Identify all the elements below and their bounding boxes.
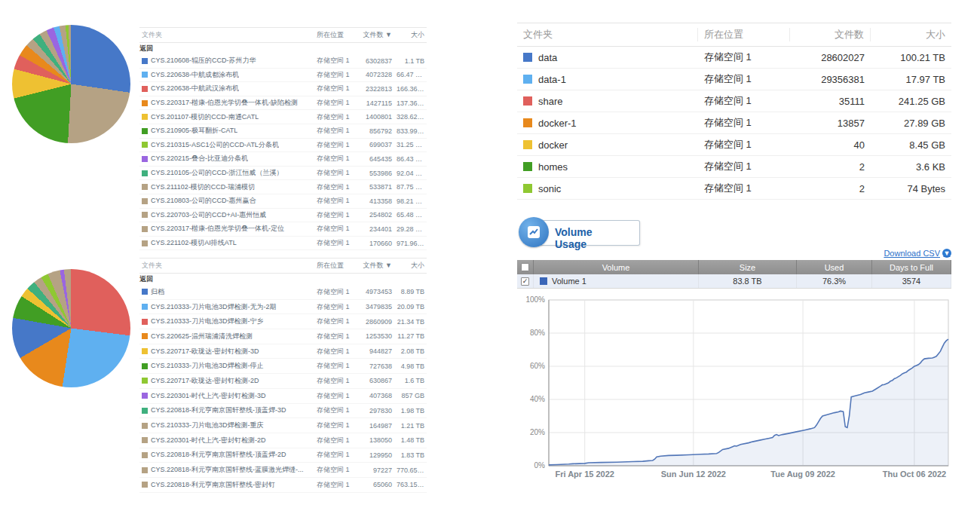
table-row[interactable]: CYS.210803-公司的CCD-惠州赢合存储空间 141335898.21 … (139, 194, 427, 209)
folder-size-cell: 92.04 GB (394, 170, 427, 177)
table-row[interactable]: docker存储空间 1408.45 GB (517, 134, 951, 156)
folder-name-cell: docker (517, 139, 698, 151)
column-header-0[interactable]: 文件夹 (517, 28, 698, 41)
table-row[interactable]: CYS.210608-辊压的CCD-苏州力华存储空间 163028371.1 T… (139, 54, 427, 69)
folder-name-cell: CYS.210333-刀片电池3D焊检测-无为-2期 (139, 302, 314, 312)
folder-name-label: share (538, 96, 563, 107)
volume-column-header-0: Volume (534, 260, 699, 274)
table-row[interactable]: CYS.220638-中航成都涂布机存储空间 1407232866.47 GB (139, 69, 427, 83)
table-row[interactable]: CYS.220818-利元亨南京国轩整线-蓝膜激光焊缝-...存储空间 1972… (139, 463, 427, 478)
table-row[interactable]: CYS.210333-刀片电池3D焊检测-宁乡存储空间 1286090921.3… (139, 314, 427, 329)
folder-name-cell: data-1 (517, 74, 698, 85)
folder-name-label: CYS.220703-公司的CCD+AI-惠州恒威 (151, 210, 266, 220)
table-row[interactable]: CYS.220625-温州瑞浦清洗焊检测存储空间 1125353011.27 T… (139, 329, 427, 344)
folder-name-cell: share (517, 96, 698, 107)
table-row[interactable]: CYS.220717-欧珑达-密封钉检测-2D存储空间 16308671.6 T… (139, 374, 427, 389)
table-row[interactable]: CYS.220703-公司的CCD+AI-惠州恒威存储空间 125480265.… (139, 209, 427, 223)
folder-count-cell: 856792 (360, 127, 394, 135)
folder-name-cell: CYS.220818-利元亨南京国轩整线-顶盖焊-2D (139, 450, 314, 460)
folder-location-cell: 存储空间 1 (314, 450, 360, 460)
table-row[interactable]: CYS.220818-利元亨南京国轩整线-顶盖焊-2D存储空间 11299501… (139, 448, 427, 463)
folder-size-cell: 4.98 TB (394, 363, 427, 370)
table-row[interactable]: CYS.210905-极耳翻折-CATL存储空间 1856792833.99 G… (139, 124, 427, 139)
x-tick-label: Tue Aug 09 2022 (770, 470, 835, 479)
table-row[interactable]: sonic存储空间 1274 Bytes (517, 178, 951, 200)
x-tick-label: Fri Apr 15 2022 (555, 470, 614, 479)
table-row[interactable]: CYS.220717-欧珑达-密封钉检测-3D存储空间 19448272.08 … (139, 344, 427, 359)
folder-size-cell: 1.21 TB (394, 422, 427, 430)
table-header: 文件夹所在位置文件数大小 (517, 23, 951, 47)
folder-name-cell: CYS.210803-公司的CCD-惠州赢合 (139, 196, 314, 206)
table-row[interactable]: homes存储空间 123.6 KB (517, 156, 951, 178)
folder-size-cell: 1.98 TB (394, 407, 427, 415)
column-header-2[interactable]: 文件数 ▼ (360, 30, 394, 40)
folder-color-swatch (523, 75, 532, 84)
column-header-1[interactable]: 所在位置 (314, 30, 360, 40)
table-row[interactable]: data-1存储空间 12935638117.97 TB (517, 69, 951, 90)
select-all-checkbox[interactable] (521, 263, 529, 271)
volume-row[interactable]: ✓Volume 183.8 TB76.3%3574 (517, 274, 951, 288)
folder-name-label: CYS.220638-中航成都涂布机 (151, 70, 239, 80)
table-row[interactable]: CYS.220818-利元亨南京国轩整线-密封钉存储空间 165060763.1… (139, 478, 427, 493)
folder-location-cell: 存储空间 1 (314, 421, 360, 430)
folder-color-swatch (142, 198, 148, 204)
column-header-3[interactable]: 大小 (394, 30, 427, 40)
folder-name-label: sonic (538, 183, 561, 194)
y-tick-label: 80% (530, 329, 545, 337)
folder-color-swatch (142, 467, 148, 473)
table-row[interactable]: CYS.210315-ASC1公司的CCD-ATL分条机存储空间 1699037… (139, 139, 427, 153)
volume-usage-line-chart: 0%20%40%60%80%100%Fri Apr 15 2022Sun Jun… (520, 292, 957, 490)
back-link[interactable]: 返回 (139, 274, 427, 285)
table-row[interactable]: CYS.201107-模切的CCD-南通CATL存储空间 11400801328… (139, 110, 427, 124)
table-row[interactable]: share存储空间 135111241.25 GB (517, 90, 951, 112)
table-row[interactable]: CYS.220818-利元亨南京国轩整线-顶盖焊-3D存储空间 12978301… (139, 404, 427, 419)
table-row[interactable]: CYS.220301-时代上汽-密封钉检测-2D存储空间 11380501.48… (139, 433, 427, 448)
folder-count-cell: 1427115 (360, 99, 394, 107)
folder-location-cell: 存储空间 1 (314, 317, 360, 326)
folder-color-swatch (142, 72, 148, 78)
table-row[interactable]: CYS.221102-模切AI排线ATL存储空间 1170660971.96 G… (139, 237, 427, 251)
folder-count-cell: 630867 (360, 377, 394, 384)
column-header-2[interactable]: 文件数 (790, 28, 871, 41)
table-row[interactable]: CYS.210105-公司的CCD-浙江恒威（兰溪）存储空间 155398692… (139, 167, 427, 181)
column-header-2[interactable]: 文件数 ▼ (360, 261, 394, 271)
download-csv-label: Download CSV (884, 249, 940, 258)
column-header-3[interactable]: 大小 (871, 28, 951, 41)
table-row[interactable]: CYS.220638-中航武汉涂布机存储空间 12322813166.36 GB (139, 82, 427, 96)
folder-name-label: docker (538, 139, 568, 151)
table-row[interactable]: data存储空间 128602027100.21 TB (517, 47, 951, 69)
folder-color-swatch (523, 184, 532, 193)
table-row[interactable]: 归档存储空间 149734538.89 TB (139, 285, 427, 300)
y-tick-label: 40% (530, 395, 545, 403)
table-row[interactable]: CYS.210333-刀片电池3D焊检测-无为-2期存储空间 134798352… (139, 300, 427, 315)
folder-size-cell: 8.45 GB (871, 139, 951, 151)
row-checkbox[interactable]: ✓ (521, 277, 529, 286)
folder-color-swatch (142, 423, 148, 429)
table-row[interactable]: CYS.220301-时代上汽-密封钉检测-3D存储空间 1407368857 … (139, 389, 427, 404)
download-csv-link[interactable]: Download CSV ▼ (874, 249, 951, 258)
back-link[interactable]: 返回 (139, 43, 427, 54)
folder-color-swatch (142, 408, 148, 414)
folder-size-cell: 137.36 GB (394, 99, 427, 107)
volume-size-cell: 83.8 TB (699, 274, 797, 288)
column-header-3[interactable]: 大小 (394, 261, 427, 271)
table-row[interactable]: docker-1存储空间 11385727.89 GB (517, 112, 951, 134)
column-header-1[interactable]: 所在位置 (698, 28, 790, 41)
table-row[interactable]: CYS.220317-楷康-伯恩光学切叠一体机-缺陷检测存储空间 1142711… (139, 96, 427, 111)
folder-name-cell: CYS.201107-模切的CCD-南通CATL (139, 112, 314, 122)
column-header-1[interactable]: 所在位置 (314, 261, 360, 271)
table-row[interactable]: CYS.210333-刀片电池3D焊检测-重庆存储空间 11649871.21 … (139, 418, 427, 433)
folder-location-cell: 存储空间 1 (314, 84, 360, 93)
folder-size-cell: 2.08 TB (394, 347, 427, 355)
folder-size-cell: 100.21 TB (871, 52, 951, 63)
folder-count-cell: 553986 (360, 170, 394, 177)
folder-color-swatch (142, 240, 148, 246)
table-row[interactable]: CYS.211102-模切的CCD-瑞浦模切存储空间 153387187.75 … (139, 180, 427, 194)
table-row[interactable]: CYS.220317-楷康-伯恩光学切叠一体机-定位存储空间 123440129… (139, 222, 427, 237)
table-row[interactable]: CYS.220215-叠合-比亚迪分条机存储空间 164543586.43 GB (139, 152, 427, 167)
folder-name-label: CYS.220317-楷康-伯恩光学切叠一体机-缺陷检测 (151, 98, 298, 108)
folder-color-swatch (142, 100, 148, 106)
folder-size-cell: 763.15 GB (394, 481, 427, 488)
folder-location-cell: 存储空间 1 (314, 70, 360, 80)
table-row[interactable]: CYS.210333-刀片电池3D焊检测-停止存储空间 17276384.98 … (139, 359, 427, 374)
